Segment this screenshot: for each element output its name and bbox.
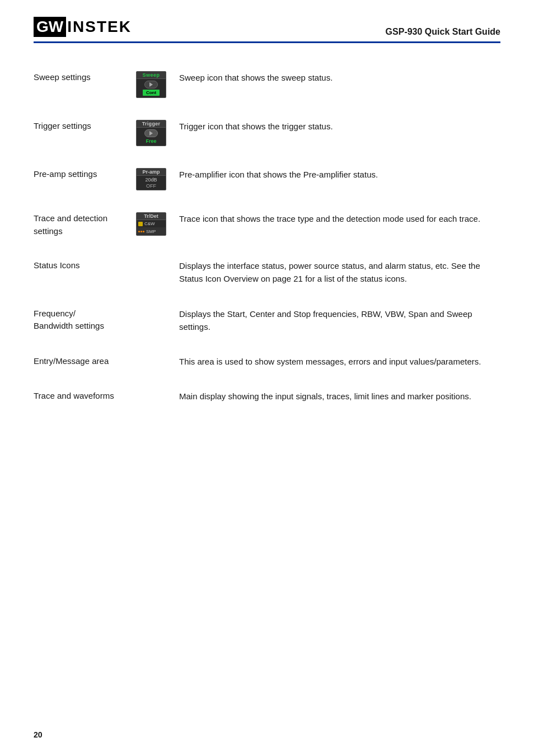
- trace-row-1: C&W: [137, 220, 166, 228]
- freq-description: Displays the Start, Center and Stop freq…: [179, 306, 500, 334]
- freq-row: Frequency/ Bandwidth settings Displays t…: [34, 296, 500, 344]
- trigger-icon: Trigger Free: [136, 120, 166, 146]
- trace-icon-header: Tr/Det: [137, 213, 166, 220]
- status-icon-area: [129, 258, 174, 259]
- sweep-label: Sweep settings: [34, 70, 123, 84]
- trace-wave-row: Trace and waveforms Main display showing…: [34, 379, 500, 413]
- preamp-icon-header: Pr-amp: [137, 169, 166, 176]
- trigger-description: Trigger icon that shows the trigger stat…: [179, 119, 500, 133]
- sweep-icon-area: Sweep Cont: [129, 70, 174, 98]
- sweep-row: Sweep settings Sweep Cont Sweep icon tha…: [34, 60, 500, 109]
- trigger-icon-area: Trigger Free: [129, 119, 174, 146]
- trace-dot-1: [138, 222, 143, 226]
- sweep-icon-header: Sweep: [137, 72, 166, 79]
- logo-instek: INSTEK: [67, 18, 132, 36]
- trace-icon: Tr/Det C&W SMP: [136, 212, 166, 236]
- trigger-free-label: Free: [146, 138, 156, 144]
- trace-row-2: SMP: [137, 228, 166, 235]
- trigger-icon-body: Free: [137, 128, 166, 146]
- trace-wave-label: Trace and waveforms: [34, 389, 123, 403]
- logo-gw: GW: [34, 17, 66, 37]
- preamp-description: Pre-amplifier icon that shows the Pre-am…: [179, 167, 500, 181]
- status-description: Displays the interface status, power sou…: [179, 258, 500, 286]
- sweep-icon-body: Cont: [137, 79, 166, 97]
- trace-dot-2c: [143, 231, 144, 232]
- entry-icon-area: [129, 354, 174, 355]
- page-title: GSP-930 Quick Start Guide: [386, 27, 500, 37]
- trace-dot-2a: [138, 231, 140, 232]
- status-row: Status Icons Displays the interface stat…: [34, 248, 500, 296]
- sweep-icon: Sweep Cont: [136, 71, 166, 98]
- trace-description: Trace icon that shows the trace type and…: [179, 211, 500, 225]
- entry-description: This area is used to show system message…: [179, 354, 500, 368]
- preamp-value: 20dB: [145, 177, 157, 183]
- logo: GWINSTEK: [34, 17, 132, 37]
- sweep-cont-label: Cont: [143, 90, 160, 96]
- trace-icon-area: Tr/Det C&W SMP: [129, 211, 174, 236]
- trace-wave-description: Main display showing the input signals, …: [179, 389, 500, 403]
- trace-dot-2b: [140, 231, 142, 232]
- trace-dots-group: [138, 231, 144, 232]
- footer: 20: [34, 730, 43, 739]
- status-label: Status Icons: [34, 258, 123, 272]
- trigger-label: Trigger settings: [34, 119, 123, 133]
- freq-label: Frequency/ Bandwidth settings: [34, 306, 123, 333]
- page-number: 20: [34, 730, 43, 739]
- sweep-description: Sweep icon that shows the sweep status.: [179, 70, 500, 84]
- trace-row: Trace and detection settings Tr/Det C&W …: [34, 201, 500, 248]
- page-header: GWINSTEK GSP-930 Quick Start Guide: [34, 17, 500, 43]
- trigger-row: Trigger settings Trigger Free Trigger ic…: [34, 109, 500, 157]
- preamp-icon-body: 20dB OFF: [137, 176, 166, 190]
- preamp-off: OFF: [146, 183, 156, 189]
- trace-wave-icon-area: [129, 389, 174, 390]
- trigger-icon-header: Trigger: [137, 120, 166, 128]
- preamp-label: Pre-amp settings: [34, 167, 123, 181]
- trace-text-2: SMP: [146, 229, 156, 234]
- trace-label: Trace and detection settings: [34, 211, 123, 237]
- content-area: Sweep settings Sweep Cont Sweep icon tha…: [34, 60, 500, 414]
- freq-icon-area: [129, 306, 174, 307]
- trigger-arrow-shape: [144, 129, 158, 137]
- trace-text-1: C&W: [144, 221, 155, 226]
- preamp-icon-area: Pr-amp 20dB OFF: [129, 167, 174, 190]
- preamp-icon: Pr-amp 20dB OFF: [136, 168, 166, 190]
- entry-label: Entry/Message area: [34, 354, 123, 368]
- preamp-row: Pre-amp settings Pr-amp 20dB OFF Pre-amp…: [34, 157, 500, 201]
- sweep-arrow-shape: [144, 81, 158, 88]
- entry-row: Entry/Message area This area is used to …: [34, 344, 500, 379]
